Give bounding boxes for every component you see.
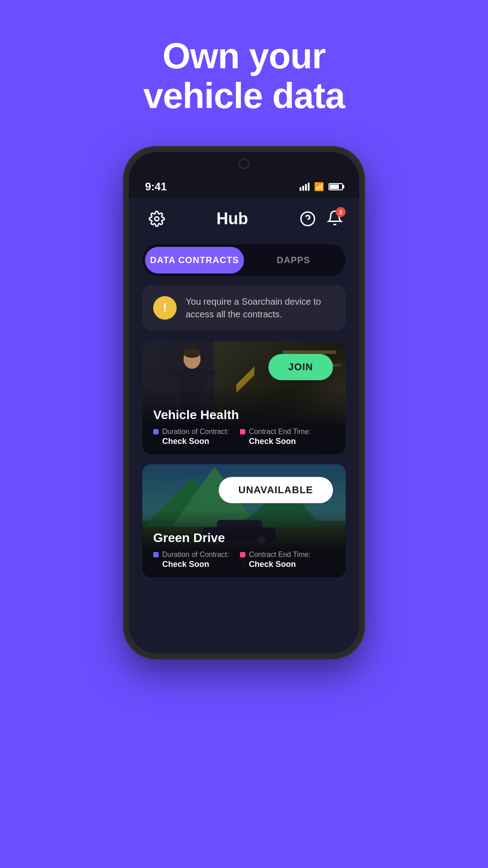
wifi-icon: 📶 xyxy=(314,182,324,192)
svg-rect-6 xyxy=(167,368,181,380)
notifications-button[interactable]: 3 xyxy=(327,210,343,228)
hero-section: Own your vehicle data xyxy=(116,0,372,116)
hero-title: Own your vehicle data xyxy=(143,36,345,116)
svg-rect-7 xyxy=(202,368,217,379)
vehicle-health-meta: Duration of Contract: Check Soon Contrac… xyxy=(153,428,335,446)
gd-duration-meta: Duration of Contract: Check Soon xyxy=(153,551,229,569)
front-camera xyxy=(239,158,249,169)
gear-icon xyxy=(149,211,165,227)
end-time-meta: Contract End Time: Check Soon xyxy=(240,428,311,446)
app-header: Hub xyxy=(129,198,359,240)
green-drive-content: Green Drive Duration of Contract: Check … xyxy=(142,523,346,577)
app-content: Hub xyxy=(129,198,359,654)
cards-container: JOIN Vehicle Health Duration of Contract… xyxy=(129,341,359,654)
svg-point-0 xyxy=(155,217,159,221)
gd-end-time-meta: Contract End Time: Check Soon xyxy=(240,551,311,569)
gd-end-time-dot xyxy=(240,552,245,557)
end-time-label: Contract End Time: xyxy=(240,428,311,436)
app-title: Hub xyxy=(216,209,248,228)
gd-end-time-value: Check Soon xyxy=(240,560,311,569)
settings-button[interactable] xyxy=(145,207,169,231)
status-bar: 9:41 📶 xyxy=(129,175,359,198)
vehicle-health-card: JOIN Vehicle Health Duration of Contract… xyxy=(142,341,346,454)
duration-meta: Duration of Contract: Check Soon xyxy=(153,428,229,446)
exclamation-icon: ! xyxy=(163,301,167,315)
duration-value: Check Soon xyxy=(153,437,229,446)
vehicle-health-title: Vehicle Health xyxy=(153,408,335,422)
tab-dapps[interactable]: DAPPS xyxy=(244,247,343,274)
signal-icon xyxy=(300,183,310,191)
svg-point-4 xyxy=(183,348,201,358)
status-icons: 📶 xyxy=(300,182,343,192)
green-drive-title: Green Drive xyxy=(153,531,335,545)
phone-shell: 9:41 📶 xyxy=(124,147,364,658)
tab-data-contracts[interactable]: DATA CONTRACTS xyxy=(145,247,244,274)
vehicle-health-content: Vehicle Health Duration of Contract: Che… xyxy=(142,400,346,454)
warning-banner: ! You require a Soarchain device to acce… xyxy=(142,285,346,330)
phone-screen: 9:41 📶 xyxy=(129,152,359,654)
warning-message: You require a Soarchain device to access… xyxy=(186,295,335,321)
gd-end-time-label: Contract End Time: xyxy=(240,551,311,559)
unavailable-button[interactable]: UNAVAILABLE xyxy=(219,477,333,503)
header-right: 3 xyxy=(296,207,343,231)
phone-mockup: 9:41 📶 xyxy=(124,147,364,658)
battery-icon xyxy=(328,183,343,190)
notification-badge: 3 xyxy=(336,207,346,217)
gd-duration-label: Duration of Contract: xyxy=(153,551,229,559)
help-button[interactable] xyxy=(296,207,319,231)
gd-duration-value: Check Soon xyxy=(153,560,229,569)
join-button[interactable]: JOIN xyxy=(268,354,333,380)
end-time-value: Check Soon xyxy=(240,437,311,446)
warning-icon-circle: ! xyxy=(153,296,177,320)
status-time: 9:41 xyxy=(145,180,167,193)
notch xyxy=(129,152,359,175)
tab-bar: DATA CONTRACTS DAPPS xyxy=(142,244,346,276)
duration-dot xyxy=(153,429,159,434)
green-drive-meta: Duration of Contract: Check Soon Contrac… xyxy=(153,551,335,569)
gd-duration-dot xyxy=(153,552,159,557)
duration-label: Duration of Contract: xyxy=(153,428,229,436)
green-drive-card: UNAVAILABLE Green Drive Duration of Cont… xyxy=(142,464,346,577)
help-icon xyxy=(300,211,316,227)
end-time-dot xyxy=(240,429,245,434)
